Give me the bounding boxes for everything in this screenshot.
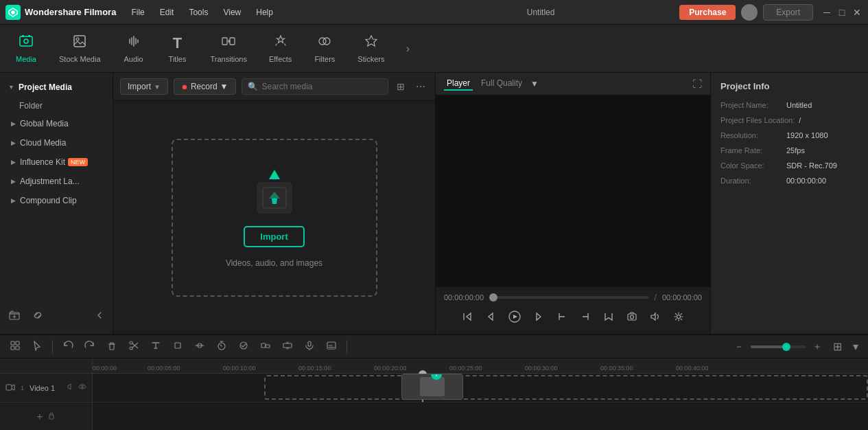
zoom-in-button[interactable]: ＋ bbox=[808, 339, 826, 355]
minimize-button[interactable]: ─ bbox=[821, 7, 832, 18]
more-icon[interactable]: ⋯ bbox=[413, 80, 428, 93]
maximize-button[interactable]: □ bbox=[836, 7, 847, 18]
playback-controls bbox=[444, 308, 702, 328]
mark-in-button[interactable] bbox=[554, 308, 570, 328]
menu-help[interactable]: Help bbox=[249, 5, 280, 20]
filmora-logo-icon bbox=[257, 182, 292, 214]
drop-zone-timeline[interactable] bbox=[264, 375, 868, 400]
scene-detection-button[interactable] bbox=[5, 338, 25, 355]
player-tab-player[interactable]: Player bbox=[444, 77, 473, 91]
info-label-resolution: Resolution: bbox=[720, 131, 782, 139]
play-button[interactable] bbox=[506, 308, 524, 328]
cut-button[interactable] bbox=[124, 338, 143, 355]
toolbar-item-filters[interactable]: Filters bbox=[304, 30, 345, 67]
snapshot-button[interactable] bbox=[624, 308, 640, 328]
text-button[interactable] bbox=[146, 338, 165, 355]
mark-out-button[interactable] bbox=[577, 308, 594, 328]
clip-preview[interactable]: + bbox=[401, 374, 463, 400]
delete-button[interactable] bbox=[102, 338, 121, 355]
ruler-mark-10: 00:00:10:00 bbox=[223, 365, 256, 372]
auto-subtitle-button[interactable] bbox=[322, 338, 341, 355]
info-value-framerate: 25fps bbox=[786, 146, 805, 155]
redo-button[interactable] bbox=[80, 338, 99, 355]
lock-button[interactable] bbox=[47, 411, 56, 422]
player-tab-quality[interactable]: Full Quality bbox=[478, 77, 525, 91]
toolbar-titles-label: Titles bbox=[169, 55, 187, 63]
svg-point-18 bbox=[631, 315, 634, 319]
adjustment-la-label: Adjustment La... bbox=[20, 177, 80, 186]
speed-button[interactable] bbox=[212, 338, 231, 355]
close-button[interactable]: ✕ bbox=[852, 7, 863, 18]
add-track-button[interactable]: + bbox=[36, 411, 43, 423]
toolbar-item-audio[interactable]: Audio bbox=[113, 30, 154, 67]
svg-point-37 bbox=[82, 386, 84, 388]
export-button[interactable]: Export bbox=[763, 4, 813, 21]
info-value-location: / bbox=[799, 116, 801, 124]
search-bar[interactable]: 🔍 bbox=[242, 78, 389, 95]
link-button[interactable] bbox=[29, 306, 47, 324]
progress-track[interactable] bbox=[489, 296, 648, 299]
crop-button[interactable] bbox=[168, 338, 187, 355]
step-forward-button[interactable] bbox=[530, 308, 547, 328]
ripple-edit-button[interactable] bbox=[190, 338, 209, 355]
timeline-track-area[interactable]: 00:00:00 00:00:05:00 00:00:10:00 00:00:1… bbox=[93, 359, 868, 430]
zoom-track[interactable] bbox=[751, 346, 806, 348]
layout-button[interactable]: ⊞ bbox=[829, 339, 846, 354]
second-track-area[interactable] bbox=[93, 403, 868, 430]
project-media-label: Project Media bbox=[19, 82, 72, 92]
import-main-button[interactable]: Import bbox=[244, 226, 304, 247]
skip-back-button[interactable] bbox=[459, 308, 476, 328]
sidebar-item-influence-kit[interactable]: ▶ Influence Kit NEW bbox=[3, 153, 110, 171]
menu-view[interactable]: View bbox=[216, 5, 248, 20]
menu-file[interactable]: File bbox=[124, 5, 151, 20]
fullscreen-icon[interactable]: ⛶ bbox=[692, 78, 702, 89]
sidebar-item-compound-clip[interactable]: ▶ Compound Clip bbox=[3, 192, 110, 210]
toolbar-item-transitions[interactable]: Transitions bbox=[201, 30, 257, 67]
layout-more-button[interactable]: ▾ bbox=[849, 339, 863, 354]
zoom-out-button[interactable]: － bbox=[730, 339, 748, 355]
record-dropdown[interactable]: ⏺ Record ▼ bbox=[174, 78, 236, 95]
track-eye-button[interactable] bbox=[78, 383, 86, 393]
sidebar-folder[interactable]: Folder bbox=[0, 98, 113, 114]
video-track-area[interactable]: + bbox=[93, 374, 868, 403]
add-folder-button[interactable] bbox=[5, 306, 23, 324]
volume-button[interactable] bbox=[647, 308, 664, 328]
toolbar-item-stock-media[interactable]: Stock Media bbox=[49, 30, 110, 67]
sidebar-project-media[interactable]: ▼ Project Media bbox=[0, 78, 113, 98]
svg-point-19 bbox=[677, 315, 681, 319]
sidebar-collapse-button[interactable] bbox=[92, 308, 107, 323]
title-actions: Purchase Export bbox=[679, 4, 813, 21]
quality-selector[interactable]: ▼ bbox=[530, 77, 539, 91]
toolbar-item-titles[interactable]: T Titles bbox=[157, 30, 198, 67]
clip-button[interactable] bbox=[600, 308, 617, 328]
sidebar-item-global-media[interactable]: ▶ Global Media bbox=[3, 115, 110, 133]
voice-button[interactable] bbox=[300, 338, 319, 355]
svg-rect-17 bbox=[628, 314, 636, 320]
freeze-frame-button[interactable] bbox=[278, 338, 297, 355]
toolbar-item-effects[interactable]: Effects bbox=[259, 30, 301, 67]
menu-edit[interactable]: Edit bbox=[153, 5, 181, 20]
track-audio-mute[interactable] bbox=[67, 383, 75, 393]
zoom-fill bbox=[751, 346, 784, 348]
step-back-button[interactable] bbox=[482, 308, 499, 328]
detach-audio-button[interactable] bbox=[256, 338, 275, 355]
toolbar-item-media[interactable]: Media bbox=[5, 30, 47, 67]
menu-tools[interactable]: Tools bbox=[182, 5, 215, 20]
purchase-button[interactable]: Purchase bbox=[679, 5, 736, 20]
sidebar-item-cloud-media[interactable]: ▶ Cloud Media bbox=[3, 134, 110, 152]
ai-button[interactable] bbox=[234, 338, 253, 355]
sidebar-item-adjustment-la[interactable]: ▶ Adjustment La... bbox=[3, 172, 110, 190]
quality-chevron-icon: ▼ bbox=[530, 79, 539, 89]
filter-icon[interactable]: ⊞ bbox=[394, 80, 408, 93]
import-dropdown[interactable]: Import ▼ bbox=[120, 78, 168, 95]
undo-button[interactable] bbox=[58, 338, 78, 355]
toolbar-item-stickers[interactable]: Stickers bbox=[348, 30, 394, 67]
select-tool-button[interactable] bbox=[27, 338, 47, 355]
svg-rect-38 bbox=[49, 415, 54, 419]
settings-button[interactable] bbox=[670, 308, 687, 328]
svg-rect-6 bbox=[74, 36, 85, 47]
media-toolbar: Import ▼ ⏺ Record ▼ 🔍 ⊞ ⋯ bbox=[113, 73, 435, 101]
search-input[interactable] bbox=[262, 82, 383, 91]
svg-point-3 bbox=[24, 39, 28, 43]
toolbar-more-arrow[interactable]: › bbox=[399, 41, 416, 57]
